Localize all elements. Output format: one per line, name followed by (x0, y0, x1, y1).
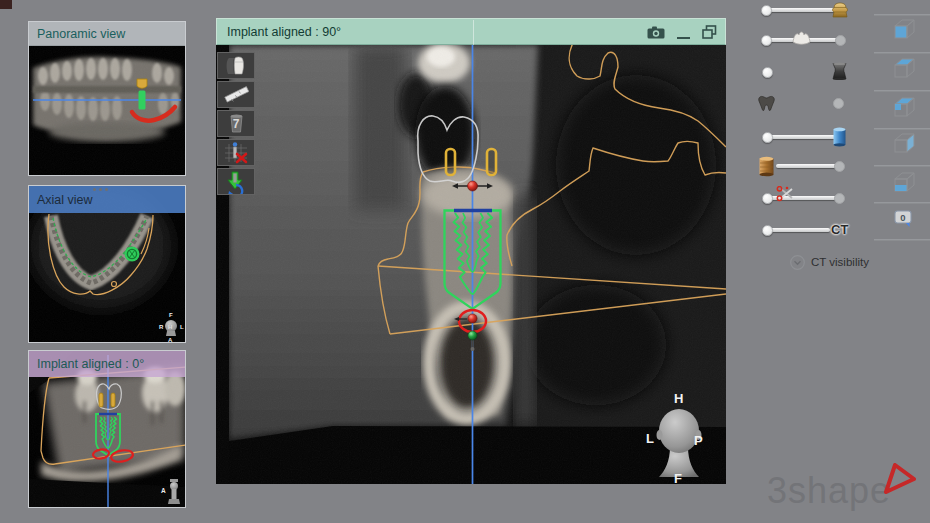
implant-aligned-0-header[interactable]: Implant aligned : 0° (29, 351, 185, 377)
svg-text:P: P (694, 433, 703, 448)
implant-studio-app: Panoramic view (0, 0, 930, 523)
nerve-scissors-icon[interactable] (776, 186, 795, 202)
axial-implant-marker[interactable] (125, 247, 140, 262)
restore-window-icon[interactable] (700, 23, 718, 41)
ct-visibility-toggle[interactable] (790, 255, 805, 270)
axial-view-header[interactable]: Axial view (29, 186, 185, 213)
panoramic-view-image[interactable] (29, 46, 185, 175)
main-view-title: Implant aligned : 90° (217, 25, 341, 39)
scan-model-slider-thumb[interactable] (761, 35, 772, 46)
main-view-header[interactable]: Implant aligned : 90° (216, 18, 726, 45)
svg-text:F: F (169, 312, 173, 318)
svg-text:L: L (646, 431, 654, 446)
svg-text:H: H (168, 324, 172, 330)
nerve-slider-thumb[interactable] (762, 193, 773, 204)
delete-implant-tool[interactable] (217, 139, 255, 166)
axial-view-title: Axial view (37, 193, 93, 207)
ct-visibility-label: CT visibility (811, 256, 869, 268)
implant-aligned-90-view[interactable]: H L P F Implant aligned : 90° (216, 18, 726, 484)
panoramic-view-panel[interactable]: Panoramic view (28, 21, 186, 176)
svg-text:A: A (161, 487, 166, 494)
view-cube-top-front[interactable] (892, 95, 916, 119)
svg-text:R: R (159, 324, 164, 330)
chevron-down-icon (795, 261, 801, 264)
svg-text:A: A (168, 337, 173, 342)
crown-slider-track[interactable] (767, 8, 838, 12)
implant-cylinder-icon[interactable] (832, 127, 847, 147)
tooth-number-tool[interactable]: 7 (217, 110, 255, 137)
ruler-measure-tool[interactable] (217, 81, 255, 108)
implant-aligned-0-panel[interactable]: A Implant aligned : 0° (28, 350, 186, 508)
view-cube-front[interactable] (892, 17, 916, 41)
align-implant-tool[interactable] (217, 168, 255, 195)
abutment-icon[interactable] (830, 62, 849, 81)
panoramic-view-header[interactable]: Panoramic view (29, 22, 185, 46)
sleeve-slider-track[interactable] (776, 164, 839, 168)
ct-slider-track[interactable] (768, 228, 830, 232)
window-corner-fragment (0, 0, 12, 9)
comment-counter-button[interactable]: 0 (892, 207, 916, 231)
pano-implant-marker (139, 91, 146, 110)
minimize-icon[interactable] (675, 28, 691, 40)
screenshot-camera-icon[interactable] (646, 24, 666, 40)
svg-text:3shape: 3shape (767, 470, 891, 511)
tooth-number-glyph: 7 (233, 117, 240, 131)
abutment-slider-thumb[interactable] (762, 67, 773, 78)
implant-aligned-0-title: Implant aligned : 0° (37, 357, 144, 371)
3shape-logo: 3shape (765, 463, 925, 513)
implant-slider-thumb[interactable] (762, 132, 773, 143)
crown-slider-thumb[interactable] (761, 5, 772, 16)
implant-crown-tool[interactable] (217, 52, 255, 79)
panoramic-view-title: Panoramic view (37, 27, 125, 41)
svg-text:0: 0 (900, 212, 905, 223)
implant-slider-track[interactable] (768, 135, 836, 139)
ct-slider-label: CT (831, 222, 848, 237)
sleeve-cylinder-icon[interactable] (758, 156, 775, 177)
view-cube-top[interactable] (892, 56, 916, 80)
ct-slider-thumb[interactable] (762, 225, 773, 236)
view-cube-bottom[interactable] (892, 170, 916, 194)
view-cube-right[interactable] (892, 131, 916, 155)
main-ct-image[interactable]: H L P F (216, 45, 726, 484)
svg-text:L: L (180, 324, 184, 330)
comment-tail-icon (906, 223, 910, 227)
svg-text:F: F (674, 471, 682, 484)
drag-dots-icon[interactable] (93, 188, 96, 191)
pano-crown-marker (137, 79, 147, 88)
crown-icon[interactable] (830, 2, 850, 19)
svg-text:H: H (674, 391, 683, 406)
antagonist-tooth-icon[interactable] (757, 95, 776, 111)
axial-view-panel[interactable]: F R L A H Axial view (28, 185, 186, 343)
scan-model-icon[interactable] (791, 29, 812, 46)
slice-line-glow (473, 20, 474, 45)
